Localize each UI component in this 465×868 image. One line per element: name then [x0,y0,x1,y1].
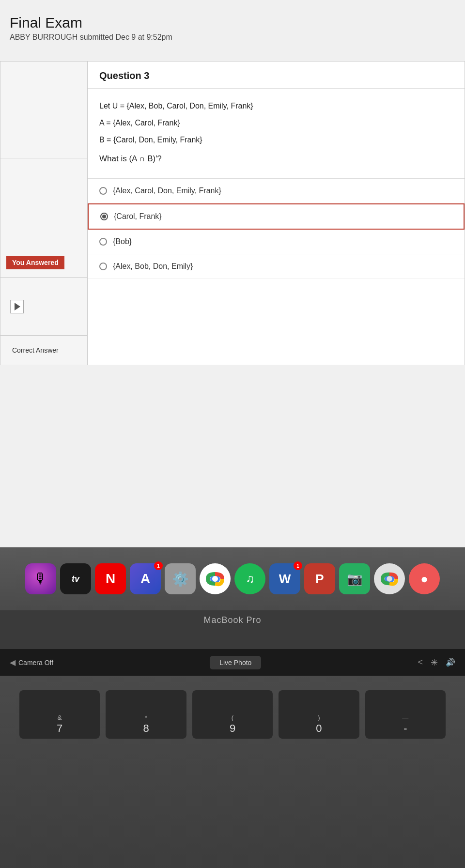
answer-row-4[interactable]: {Alex, Bob, Don, Emily} [88,254,465,279]
key-minus[interactable]: — - [365,690,446,739]
answer-row-2[interactable]: {Carol, Frank} [88,203,465,230]
key-9-bottom: 9 [230,722,235,735]
key-7-bottom: 7 [57,722,62,735]
correct-answer-section: Correct Answer [0,336,87,365]
play-button-section[interactable] [0,278,87,336]
sidebar-spacer [0,62,87,158]
answer-text-3: {Bob} [113,237,132,246]
answer-row-3[interactable]: {Bob} [88,230,465,254]
key-8-bottom: 8 [143,722,149,735]
question-header: Question 3 [88,62,465,89]
answer-row-1[interactable]: {Alex, Carol, Don, Emily, Frank} [88,179,465,203]
radio-4[interactable] [99,263,107,270]
question-line-2: A = {Alex, Carol, Frank} [99,116,453,130]
chevron-icon: < [418,657,423,667]
dock-podcasts[interactable]: 🎙 [25,563,56,594]
correct-answer-badge: Correct Answer [6,343,64,357]
dock-appletv[interactable]: tv [60,563,91,594]
answer-list: {Alex, Carol, Don, Emily, Frank} {Carol,… [88,179,465,279]
key-9-top: ( [232,714,233,721]
key-9[interactable]: ( 9 [192,690,273,739]
dock-powerpoint[interactable]: P [304,563,335,594]
dock-unknown[interactable]: ● [409,563,440,594]
you-answered-badge: You Answered [6,256,64,269]
question-what-is: What is (A ∩ B)′? [99,152,453,167]
dock-word-badge: 1 [294,561,302,570]
question-number: Question 3 [99,70,453,81]
touch-bar-left: ◀ Camera Off [10,658,53,667]
question-sidebar: You Answered Correct Answer [0,62,88,365]
macbook-label: MacBook Pro [203,615,261,625]
volume-icon: 🔊 [446,658,455,667]
dock-chrome2[interactable] [374,563,405,594]
key-minus-bottom: - [403,722,407,735]
key-8[interactable]: * 8 [106,690,186,739]
key-minus-top: — [402,714,408,721]
key-0[interactable]: ) 0 [279,690,359,739]
question-content: Question 3 Let U = {Alex, Bob, Carol, Do… [88,62,465,365]
you-answered-section: You Answered [0,158,87,278]
dock-sysprefs[interactable]: ⚙️ [165,563,196,594]
dock-arc[interactable]: A 1 [130,563,161,594]
dock-news[interactable]: N [95,563,126,594]
keyboard: & 7 * 8 ( 9 ) 0 — - [0,676,465,868]
dock-arc-badge: 1 [154,561,163,570]
key-0-bottom: 0 [316,722,322,735]
dock: 🎙 tv N A 1 ⚙️ ♫ W 1 P 📷 [0,547,465,610]
exam-subtitle: ABBY BURROUGH submitted Dec 9 at 9:52pm [10,33,455,42]
camera-off-label[interactable]: Camera Off [18,659,53,666]
brightness-icon: ✳ [431,657,438,668]
radio-3[interactable] [99,238,107,246]
answer-text-4: {Alex, Bob, Don, Emily} [113,262,193,271]
key-8-top: * [145,714,147,721]
touch-bar-center: Live Photo [63,656,408,669]
question-line-3: B = {Carol, Don, Emily, Frank} [99,133,453,147]
play-button[interactable] [10,300,24,313]
live-photo-label[interactable]: Live Photo [210,656,261,669]
radio-1[interactable] [99,187,107,195]
question-body: Let U = {Alex, Bob, Carol, Don, Emily, F… [88,89,465,179]
key-7-top: & [58,714,62,721]
key-7[interactable]: & 7 [19,690,100,739]
touch-bar-right: < ✳ 🔊 [418,657,455,668]
dock-spotify[interactable]: ♫ [234,563,265,594]
svg-point-5 [387,576,392,581]
touch-bar: ◀ Camera Off Live Photo < ✳ 🔊 [0,649,465,676]
play-icon [15,303,20,310]
answer-text-2: {Carol, Frank} [114,212,162,221]
question-text: Let U = {Alex, Bob, Carol, Don, Emily, F… [99,99,453,167]
question-line-1: Let U = {Alex, Bob, Carol, Don, Emily, F… [99,99,453,113]
exam-title: Final Exam [10,15,455,31]
answer-text-1: {Alex, Carol, Don, Emily, Frank} [113,186,221,195]
svg-point-2 [212,576,218,582]
question-card: You Answered Correct Answer Question 3 [0,61,465,365]
key-0-top: ) [318,714,320,721]
dock-facetime[interactable]: 📷 [339,563,370,594]
dock-word[interactable]: W 1 [269,563,300,594]
dock-chrome[interactable] [200,563,231,594]
radio-2[interactable] [100,213,108,220]
